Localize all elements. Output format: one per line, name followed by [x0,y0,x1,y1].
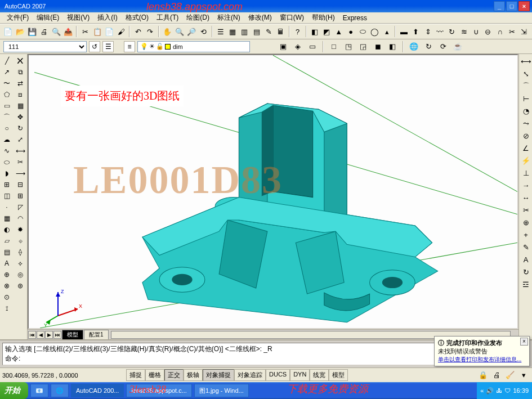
mtext-icon[interactable]: A [1,258,13,269]
3dorbit-icon[interactable]: 🌐 [408,41,420,53]
union-icon[interactable]: ∪ [470,25,481,38]
torus-icon[interactable]: ◯ [369,25,381,38]
dim-edit-icon[interactable]: ✎ [520,241,532,253]
toggle-model[interactable]: 模型 [329,369,348,381]
polygon-icon[interactable]: ⬠ [1,89,13,100]
extrude-icon[interactable]: ⬆ [410,25,422,38]
render-icon[interactable]: ☕ [451,41,464,53]
mod1-icon[interactable]: ⟐ [14,235,26,246]
toggle-dyn[interactable]: DYN [290,369,310,381]
loft-icon[interactable]: ≋ [458,25,470,38]
intersect-icon[interactable]: ∩ [494,25,506,38]
trim-icon[interactable]: ✂ [14,156,26,168]
dim-quick-icon[interactable]: ⚡ [520,154,532,167]
minimize-button[interactable]: _ [494,1,505,11]
publish-icon[interactable]: 📤 [62,25,74,38]
mirror-icon[interactable]: ⇄ [14,78,26,89]
menu-modify[interactable]: 修改(M) [245,12,275,24]
menu-help[interactable]: 帮助(H) [309,12,338,24]
dim-baseline-icon[interactable]: ⊥ [520,167,532,179]
view-top-icon[interactable]: ▣ [277,41,289,53]
undo-icon[interactable]: ↶ [132,25,144,38]
tray-comm-icon[interactable]: 🔒 [477,369,489,382]
close-button[interactable]: × [518,1,530,11]
dim-style-icon[interactable]: ☲ [520,278,532,290]
presspull-icon[interactable]: ⇕ [422,25,433,38]
table-icon[interactable]: ▤ [1,246,13,258]
tab-layout1[interactable]: 配置1 [84,330,109,340]
menu-window[interactable]: 窗口(W) [276,12,307,24]
tab-model[interactable]: 模型 [62,330,83,340]
menu-format[interactable]: 格式(O) [122,12,152,24]
layer-manage-icon[interactable]: ☰ [102,41,114,52]
taskbar-item-2[interactable]: 🌐 [51,384,69,397]
tray-menu-icon[interactable]: ▾ [517,369,530,382]
toggle-ducs[interactable]: DUCS [266,369,290,381]
menu-dimension[interactable]: 标注(N) [214,12,244,24]
join-icon[interactable]: ⊞ [14,190,26,201]
tool-palettes-icon[interactable]: ▥ [239,25,250,38]
visual-realistic-icon[interactable]: ◼ [372,41,384,53]
qcalc-icon[interactable]: 🖩 [275,25,286,38]
copy-obj-icon[interactable]: ⧉ [14,66,26,78]
save-icon[interactable]: 💾 [26,25,38,38]
mod5-icon[interactable]: ⊛ [14,280,26,292]
tray-net-icon[interactable]: 🖧 [496,387,502,394]
mod3-icon[interactable]: ⟡ [14,258,26,269]
break-icon[interactable]: ⊟ [14,179,26,190]
box-icon[interactable]: ◧ [309,25,320,38]
toggle-polar[interactable]: 极轴 [184,369,203,381]
hatch-icon[interactable]: ▦ [1,213,13,224]
toggle-otrack[interactable]: 对象追踪 [234,369,266,381]
region-icon[interactable]: ▱ [1,235,13,246]
pline-icon[interactable]: 〜 [1,78,13,89]
sphere-icon[interactable]: ● [345,25,356,38]
dim-arc-icon[interactable]: ⌒ [520,80,532,92]
spline-icon[interactable]: ∿ [1,145,13,156]
open-icon[interactable]: 📂 [14,25,25,38]
balloon-close-button[interactable]: × [520,338,528,346]
point-icon[interactable]: · [1,201,13,213]
misc1-icon[interactable]: ⊕ [1,269,13,280]
arc-icon[interactable]: ⌒ [1,111,13,123]
visual-conceptual-icon[interactable]: ◧ [386,41,399,53]
redo-icon[interactable]: ↷ [145,25,156,38]
misc4-icon[interactable]: ⟟ [1,303,13,314]
subtract-icon[interactable]: ⊖ [482,25,494,38]
xline-icon[interactable]: ↗ [1,66,13,78]
pyramid-icon[interactable]: ▴ [381,25,392,38]
gradient-icon[interactable]: ◐ [1,224,13,235]
sheet-set-icon[interactable]: ▤ [251,25,262,38]
layer-states-icon[interactable]: ≡ [124,41,135,52]
tray-chevron-icon[interactable]: « [480,387,484,394]
revcloud-icon[interactable]: ☁ [1,134,13,145]
maximize-button[interactable]: □ [506,1,517,11]
ellipse-arc-icon[interactable]: ◗ [1,168,13,179]
circle-icon[interactable]: ○ [1,123,13,134]
insert-block-icon[interactable]: ⊞ [1,179,13,190]
plot-preview-icon[interactable]: 🔍 [50,25,61,38]
toggle-ortho[interactable]: 正交 [164,369,184,381]
menu-draw[interactable]: 绘图(D) [183,12,213,24]
current-layer-combo[interactable]: 💡 ☀ 🔓 dim [137,41,250,52]
zoom-realtime-icon[interactable]: 🔍 [173,25,185,38]
dim-jogged-icon[interactable]: ⤳ [520,117,532,129]
make-block-icon[interactable]: ◫ [1,190,13,201]
menu-file[interactable]: 文件(F) [3,12,32,24]
dim-aligned-icon[interactable]: ⤡ [520,68,532,80]
dim-linear-icon[interactable]: ⟷ [520,55,532,68]
zoom-window-icon[interactable]: 🔎 [186,25,197,38]
cut-icon[interactable]: ✂ [79,25,91,38]
new-icon[interactable]: 📄 [2,25,14,38]
erase-icon[interactable]: 🞪 [14,55,26,66]
plot-icon[interactable]: 🖨 [38,25,50,38]
taskbar-item-autocad[interactable]: AutoCAD 200... [71,384,124,397]
view-front-icon[interactable]: ▭ [306,41,319,53]
menu-express[interactable]: Express [339,13,370,23]
markup-icon[interactable]: ✎ [263,25,274,38]
visual-hidden-icon[interactable]: ◲ [357,41,369,53]
rectangle-icon[interactable]: ▭ [1,100,13,111]
misc2-icon[interactable]: ⊗ [1,280,13,292]
move-icon[interactable]: ✥ [14,111,26,123]
tab-next-icon[interactable]: ▶ [45,331,53,339]
